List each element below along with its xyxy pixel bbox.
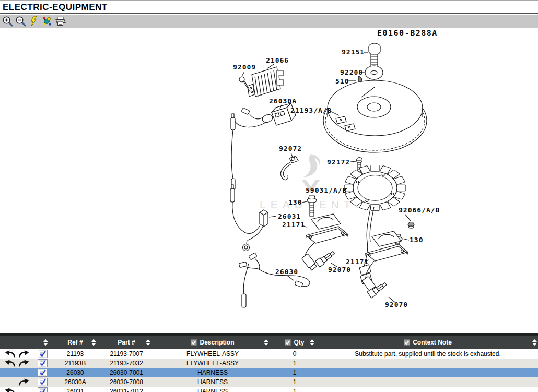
qty-cell: 0 [272, 349, 318, 359]
diagram-code: E0160-B288A [377, 29, 438, 38]
part-label-92151[interactable]: 92151 [342, 48, 365, 56]
clamp-92072 [280, 156, 298, 180]
header-context-note-label: Context Note [413, 339, 452, 346]
stator-59031 [344, 165, 406, 210]
sort-icon[interactable] [310, 339, 314, 347]
header-part[interactable]: Part # [99, 336, 154, 349]
description-cell: HARNESS [154, 368, 272, 377]
table-row[interactable]: 21193B 21193-7032 FLYWHEEL-ASSY 1 [0, 359, 538, 368]
zoom-in-icon[interactable] [2, 16, 14, 27]
qty-cell: 1 [272, 368, 318, 377]
context-note-cell [318, 377, 538, 387]
part-label-92009[interactable]: 92009 [233, 63, 256, 71]
description-column-checkbox[interactable] [191, 339, 197, 346]
part-label-21193AB[interactable]: 21193/A/B [290, 106, 332, 114]
table-row[interactable]: 26031 26031-7012 HARNESS 1 [0, 387, 538, 392]
toolbar [0, 15, 538, 28]
nut-92066 [408, 222, 414, 229]
part-label-21171-right[interactable]: 21171 [346, 258, 369, 266]
context-note-cell [318, 368, 538, 377]
context-note-column-checkbox[interactable] [404, 339, 410, 346]
select-part-icon[interactable] [38, 387, 48, 392]
header-qty-label: Qty [294, 339, 304, 346]
prev-arrow-icon[interactable] [4, 359, 16, 367]
part-label-21066[interactable]: 21066 [266, 56, 289, 64]
prev-arrow-icon[interactable] [4, 387, 16, 392]
description-cell: FLYWHEEL-ASSY [154, 349, 272, 359]
part-label-59031AB[interactable]: 59031/A/B [306, 186, 347, 194]
header-qty[interactable]: Qty [272, 336, 318, 349]
part-label-26030A[interactable]: 26030A [269, 97, 297, 105]
next-arrow-icon[interactable] [18, 359, 30, 367]
washer-92200 [365, 66, 383, 79]
sort-icon[interactable] [43, 339, 48, 347]
next-arrow-icon[interactable] [18, 378, 30, 386]
part-label-21171-left[interactable]: 21171 [282, 221, 305, 229]
ref-cell: 21193 [51, 349, 99, 359]
regulator-21066 [248, 67, 284, 97]
flywheel-21193 [323, 80, 427, 152]
parts-diagram: LEADVENTURE E0160-B288A [0, 29, 538, 333]
sort-icon[interactable] [264, 339, 268, 347]
part-label-92070-left[interactable]: 92070 [328, 266, 351, 274]
part-cell: 26030-7001 [99, 368, 154, 377]
sort-icon[interactable] [91, 339, 96, 347]
select-part-icon[interactable] [38, 359, 48, 367]
part-cell: 26031-7012 [99, 387, 154, 392]
part-label-26030[interactable]: 26030 [275, 268, 298, 276]
qty-column-checkbox[interactable] [285, 339, 291, 346]
header-arrows-column [0, 336, 33, 349]
parts-table: Ref # Part # Description Qty [0, 333, 538, 392]
harness-26030 [239, 253, 310, 307]
select-part-icon[interactable] [38, 350, 48, 358]
part-label-92200[interactable]: 92200 [340, 68, 363, 76]
table-row[interactable]: 26030A 26030-7008 HARNESS 1 [0, 377, 538, 387]
plug-wire-left [301, 243, 317, 271]
part-label-26031[interactable]: 26031 [278, 212, 301, 220]
header-part-label: Part # [118, 339, 135, 346]
zoom-out-icon[interactable] [15, 16, 27, 27]
ref-cell: 26031 [51, 387, 99, 392]
screw-92009 [239, 77, 250, 91]
part-label-510[interactable]: 510 [335, 77, 349, 85]
coil-21171-left [306, 214, 348, 243]
qty-cell: 1 [272, 377, 318, 387]
part-cell: 21193-7007 [99, 349, 154, 359]
part-label-92072[interactable]: 92072 [279, 145, 302, 152]
table-row[interactable]: 21193 21193-7007 FLYWHEEL-ASSY 0 Substit… [0, 349, 538, 359]
image-map-icon[interactable] [41, 16, 53, 27]
sort-icon[interactable] [146, 339, 150, 347]
header-context-note[interactable]: Context Note [318, 336, 538, 349]
select-part-icon[interactable] [38, 378, 48, 386]
sort-icon[interactable] [532, 339, 537, 347]
lightning-hotspot-icon[interactable] [28, 16, 40, 27]
title-bar: ELECTRIC-EQUIPMENT [0, 0, 538, 14]
description-cell: FLYWHEEL-ASSY [154, 359, 272, 368]
table-header: Ref # Part # Description Qty [0, 336, 538, 349]
part-label-92172[interactable]: 92172 [327, 158, 350, 166]
harness-26030A-wires [231, 108, 267, 190]
part-label-130-left[interactable]: 130 [288, 198, 302, 206]
context-note-cell: Substitute part, supplied until the stoc… [318, 349, 538, 359]
prev-arrow-icon[interactable] [4, 350, 16, 358]
ref-cell: 26030 [51, 368, 99, 377]
context-note-cell [318, 359, 538, 368]
header-description-label: Description [200, 339, 234, 346]
harness-26031 [230, 185, 268, 251]
part-cell: 26030-7008 [99, 377, 154, 387]
part-label-92070-right[interactable]: 92070 [385, 301, 408, 308]
qty-cell: 1 [272, 387, 318, 392]
header-ref[interactable]: Ref # [51, 336, 99, 349]
header-icon-column [33, 336, 51, 349]
print-icon[interactable] [54, 16, 66, 27]
part-label-130-right[interactable]: 130 [410, 236, 423, 244]
description-cell: HARNESS [154, 377, 272, 387]
next-arrow-icon[interactable] [18, 350, 30, 358]
description-cell: HARNESS [154, 387, 272, 392]
qty-cell: 1 [272, 359, 318, 368]
part-label-92066AB[interactable]: 92066/A/B [399, 206, 440, 214]
table-row[interactable]: 26030 26030-7001 HARNESS 1 [0, 368, 538, 377]
select-part-icon[interactable] [38, 369, 48, 377]
header-description[interactable]: Description [154, 336, 272, 349]
part-cell: 21193-7032 [99, 359, 154, 368]
